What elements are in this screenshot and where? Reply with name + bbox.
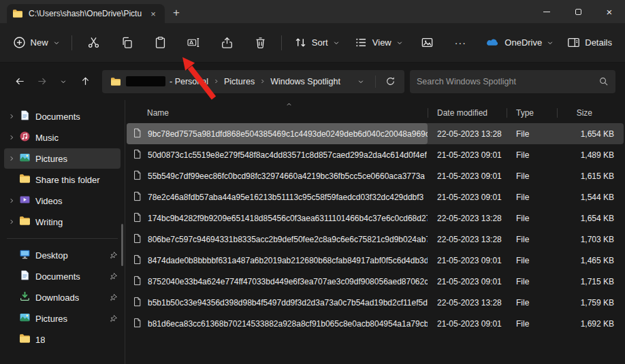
sidebar-item-documents[interactable]: Documents bbox=[4, 266, 121, 286]
copy-button[interactable] bbox=[114, 31, 139, 54]
address-dropdown-button[interactable] bbox=[351, 71, 371, 92]
file-row[interactable]: 174bc9b4282f9b9209e651418d85456c0f3aea63… bbox=[127, 208, 624, 229]
file-type: File bbox=[507, 214, 557, 223]
search-box[interactable] bbox=[410, 70, 615, 93]
file-name: 8474dade0b8bbbbf631a487a6b2019ab212680b6… bbox=[148, 256, 428, 265]
sidebar-item-label: Writing bbox=[35, 217, 63, 227]
see-more-button[interactable]: ··· bbox=[448, 31, 472, 54]
sidebar-item-pictures[interactable]: Pictures bbox=[4, 308, 121, 329]
pictures-icon bbox=[19, 312, 31, 325]
view-button[interactable]: View bbox=[351, 31, 406, 54]
breadcrumb-segment-pictures[interactable]: Pictures bbox=[224, 77, 255, 86]
file-row[interactable]: 8474dade0b8bbbbf631a487a6b2019ab212680b6… bbox=[127, 250, 624, 271]
expand-chevron-icon[interactable] bbox=[7, 113, 16, 120]
sidebar-item-label: Pictures bbox=[35, 154, 67, 164]
file-row[interactable]: 55b549c7df99eec86fc0bcd98fc32974660a4219… bbox=[127, 165, 624, 186]
sidebar-item-share-this-folder[interactable]: Share this folder bbox=[4, 169, 121, 190]
share-button[interactable] bbox=[214, 31, 239, 54]
sidebar-item-label: 18 bbox=[35, 335, 45, 345]
sidebar-item-writing[interactable]: Writing bbox=[4, 212, 121, 232]
onedrive-status-button[interactable]: OneDrive bbox=[481, 31, 557, 54]
sidebar-scrollbar[interactable] bbox=[121, 224, 123, 266]
sidebar-item-documents[interactable]: Documents bbox=[4, 106, 121, 127]
file-name: 174bc9b4282f9b9209e651418d85456c0f3aea63… bbox=[148, 214, 428, 223]
file-icon bbox=[132, 254, 142, 267]
forward-button[interactable] bbox=[31, 71, 52, 92]
breadcrumb-root[interactable]: - Personal bbox=[126, 76, 208, 86]
column-header-size[interactable]: Size bbox=[557, 103, 624, 123]
file-name-cell: 55b549c7df99eec86fc0bcd98fc32974660a4219… bbox=[127, 165, 428, 186]
file-icon bbox=[132, 149, 142, 161]
sidebar-item-pictures[interactable]: Pictures bbox=[4, 148, 121, 169]
file-type: File bbox=[507, 256, 557, 265]
details-button[interactable]: Details bbox=[564, 31, 615, 54]
column-header-name[interactable]: Name bbox=[127, 103, 428, 123]
sidebar-item-music[interactable]: Music bbox=[4, 127, 121, 148]
file-name: 9bc78ed7575a981dfd868e504385469c1c4493de… bbox=[148, 129, 428, 139]
column-header-type[interactable]: Type bbox=[507, 103, 557, 123]
chevron-down-icon bbox=[333, 39, 340, 46]
file-row[interactable]: 78e2c46a8fdb57aba44a95e16213b51113c95c58… bbox=[127, 186, 624, 208]
sidebar-item-videos[interactable]: Videos bbox=[4, 191, 121, 211]
file-type: File bbox=[507, 298, 557, 308]
column-headers: Name Date modified Type Size bbox=[127, 103, 624, 123]
command-toolbar: New Sort View ··· OneDrive bbox=[0, 23, 625, 63]
minimize-button[interactable] bbox=[531, 0, 562, 23]
sidebar-item-desktop[interactable]: Desktop bbox=[4, 245, 121, 265]
rename-button[interactable] bbox=[181, 31, 206, 54]
sidebar-item-downloads[interactable]: Downloads bbox=[4, 287, 121, 308]
expand-chevron-icon[interactable] bbox=[7, 155, 16, 162]
column-header-date-modified[interactable]: Date modified bbox=[428, 103, 507, 123]
file-row[interactable]: b5b1b50c33e94356d398d98b4f5497dd9f3d2d3a… bbox=[127, 292, 624, 313]
address-divider bbox=[375, 76, 376, 88]
tab-close-button[interactable]: × bbox=[147, 7, 159, 20]
file-row[interactable]: 806be7c597c94694331b8335acc2b9def50fee2c… bbox=[127, 229, 624, 250]
breadcrumb-segment-windows-spotlight[interactable]: Windows Spotlight bbox=[270, 77, 340, 86]
back-button[interactable] bbox=[10, 71, 30, 92]
content-area: DocumentsMusicPicturesShare this folderV… bbox=[0, 100, 625, 364]
expand-chevron-icon[interactable] bbox=[7, 197, 16, 204]
explorer-tab[interactable]: C:\Users\shash\OneDrive\Pictu × bbox=[7, 4, 165, 23]
file-size: 1,654 KB bbox=[557, 129, 624, 139]
file-rows: 9bc78ed7575a981dfd868e504385469c1c4493de… bbox=[127, 123, 624, 334]
delete-button[interactable] bbox=[248, 31, 272, 54]
close-button[interactable]: × bbox=[594, 0, 625, 23]
address-bar[interactable]: - Personal Pictures Windows Spotlight bbox=[102, 70, 404, 93]
paste-icon bbox=[154, 36, 167, 49]
chevron-down-icon bbox=[396, 39, 403, 46]
pin-icon bbox=[109, 314, 118, 323]
sidebar-item-label: Documents bbox=[35, 112, 80, 122]
search-input[interactable] bbox=[417, 77, 598, 86]
sidebar-item-18[interactable]: 18 bbox=[4, 329, 121, 350]
refresh-icon bbox=[385, 76, 396, 86]
set-as-background-button[interactable] bbox=[415, 31, 439, 54]
videos-icon bbox=[19, 194, 31, 208]
sort-icon bbox=[294, 36, 307, 49]
new-button[interactable]: New bbox=[10, 31, 63, 54]
recent-locations-button[interactable] bbox=[53, 71, 74, 92]
cut-button[interactable] bbox=[81, 31, 106, 54]
file-date-modified: 22-05-2023 13:28 bbox=[428, 298, 507, 308]
expand-chevron-icon[interactable] bbox=[7, 134, 16, 141]
maximize-button[interactable] bbox=[562, 0, 594, 23]
expand-chevron-icon[interactable] bbox=[7, 218, 16, 225]
forward-icon bbox=[37, 76, 47, 86]
sidebar-item-label: Music bbox=[35, 133, 59, 143]
pin-icon bbox=[109, 293, 118, 302]
new-tab-button[interactable]: + bbox=[165, 3, 188, 23]
paste-button[interactable] bbox=[148, 31, 172, 54]
file-name-cell: 806be7c597c94694331b8335acc2b9def50fee2c… bbox=[127, 229, 428, 250]
file-row[interactable]: 8752040e33b4a624e774ff47033bd449e6f3ea70… bbox=[127, 271, 624, 292]
file-row[interactable]: 50d0873c1c5519e8e279f548f8ac4dd83571c8d8… bbox=[127, 144, 624, 165]
file-row[interactable]: b81d6eca83cc61368b70214533882a928a8cf91b… bbox=[127, 313, 624, 334]
sort-button[interactable]: Sort bbox=[291, 31, 342, 54]
refresh-button[interactable] bbox=[380, 71, 400, 92]
file-size: 1,544 KB bbox=[557, 193, 624, 202]
column-header-label: Name bbox=[147, 108, 169, 118]
up-button[interactable] bbox=[75, 71, 95, 92]
file-icon bbox=[132, 212, 142, 225]
sort-label: Sort bbox=[312, 37, 328, 48]
file-row[interactable]: 9bc78ed7575a981dfd868e504385469c1c4493de… bbox=[127, 123, 624, 144]
music-icon bbox=[19, 131, 31, 144]
file-name: 8752040e33b4a624e774ff47033bd449e6f3ea70… bbox=[148, 277, 428, 286]
